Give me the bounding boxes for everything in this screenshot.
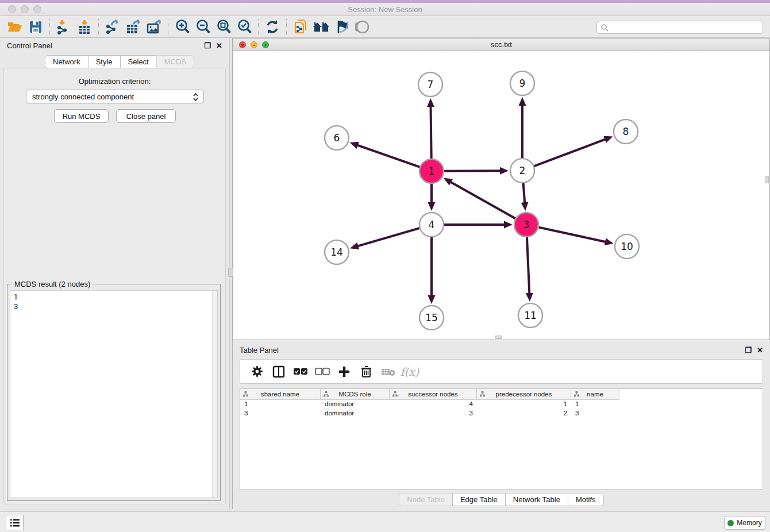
table-cell[interactable]: 3 xyxy=(571,409,619,418)
add-column-button[interactable] xyxy=(333,361,355,382)
right-splitter-nub[interactable] xyxy=(765,176,769,183)
table-cell[interactable]: 2 xyxy=(477,409,571,418)
graph-edge-3-11[interactable] xyxy=(527,237,529,294)
graph-edge-3-10[interactable] xyxy=(538,228,605,242)
main-titlebar[interactable]: Session: New Session xyxy=(0,3,770,16)
open-session-button[interactable] xyxy=(5,18,25,36)
table-tabbar: Node TableEdge TableNetwork TableMotifs xyxy=(233,493,770,506)
tab-node-table[interactable]: Node Table xyxy=(399,493,453,506)
graph-edge-3-1[interactable] xyxy=(451,182,515,219)
graph-edge-1-6[interactable] xyxy=(357,145,419,167)
zoom-out-button[interactable] xyxy=(192,18,213,36)
table-panel: Table Panel ❐ ✕ xyxy=(233,342,770,509)
select-all-columns-button[interactable] xyxy=(290,361,311,382)
zoom-fit-icon xyxy=(216,19,232,34)
delete-column-button[interactable] xyxy=(355,361,377,382)
task-history-button[interactable] xyxy=(6,515,24,530)
home-icon xyxy=(313,20,330,34)
criterion-select-value: strongly connected component xyxy=(32,92,134,101)
table-cell[interactable]: dominator xyxy=(321,400,390,409)
refresh-layout-button[interactable] xyxy=(262,18,283,36)
graph-node-label-1: 1 xyxy=(429,165,435,177)
column-header-MCDS-role[interactable]: MCDS role xyxy=(321,389,390,400)
search-input[interactable] xyxy=(596,21,763,34)
network-view-window: × − + scc.txt 7968124314101511 xyxy=(233,38,770,340)
network-file-button[interactable] xyxy=(290,18,311,36)
status-bar: Memory xyxy=(0,511,770,532)
toolbar-separator xyxy=(98,19,99,35)
hide-graphics-button[interactable] xyxy=(332,18,352,36)
graph-node-label-4: 4 xyxy=(429,219,435,230)
function-builder-button[interactable]: f(x) xyxy=(399,361,421,382)
export-network-button[interactable] xyxy=(102,18,123,36)
graph-edge-1-2[interactable] xyxy=(444,171,500,171)
float-panel-icon[interactable]: ❐ xyxy=(745,346,752,354)
tab-network-table[interactable]: Network Table xyxy=(505,493,568,506)
zoom-fit-button[interactable] xyxy=(213,18,234,36)
table-cell[interactable]: 3 xyxy=(390,409,477,418)
network-file-icon xyxy=(293,19,308,35)
memory-button[interactable]: Memory xyxy=(724,516,765,530)
mcds-result-area[interactable]: 1 3 xyxy=(10,290,218,498)
table-cell[interactable]: dominator xyxy=(321,409,390,418)
import-table-button[interactable] xyxy=(74,18,95,36)
tab-network[interactable]: Network xyxy=(45,55,88,68)
network-window-titlebar[interactable]: × − + scc.txt xyxy=(233,38,769,51)
graph-edge-2-3[interactable] xyxy=(523,183,525,203)
tab-style[interactable]: Style xyxy=(88,55,121,68)
export-network-icon xyxy=(105,20,121,34)
graph-node-label-3: 3 xyxy=(523,219,530,230)
memory-status-icon xyxy=(727,520,734,526)
table-cell[interactable]: 4 xyxy=(390,400,477,409)
column-header-predecessor-nodes[interactable]: predecessor nodes xyxy=(477,389,571,400)
table-cell[interactable]: 1 xyxy=(477,400,571,409)
graph-node-label-8: 8 xyxy=(623,126,629,137)
show-columns-button[interactable] xyxy=(268,361,290,382)
column-header-shared-name[interactable]: shared name xyxy=(240,389,321,400)
graph-edge-4-14[interactable] xyxy=(357,228,419,246)
column-header-successor-nodes[interactable]: successor nodes xyxy=(390,389,477,400)
table-settings-button[interactable] xyxy=(246,361,268,382)
table-cell[interactable]: 1 xyxy=(240,400,321,409)
mcds-result-group: MCDS result (2 nodes) 1 3 xyxy=(7,284,221,501)
run-mcds-button[interactable]: Run MCDS xyxy=(54,109,109,123)
close-panel-button[interactable]: Close panel xyxy=(116,109,176,123)
graph-edge-2-8[interactable] xyxy=(534,139,606,166)
tab-motifs[interactable]: Motifs xyxy=(568,493,604,506)
save-session-button[interactable] xyxy=(25,18,46,36)
save-icon xyxy=(29,20,43,34)
network-graph[interactable]: 7968124314101511 xyxy=(233,51,769,340)
refresh-icon xyxy=(265,20,280,34)
result-scrollbar[interactable] xyxy=(212,291,217,498)
network-view-title: scc.txt xyxy=(233,40,769,49)
zoom-in-icon xyxy=(175,19,190,34)
float-panel-icon[interactable]: ❐ xyxy=(204,41,211,50)
table-row[interactable]: 1dominator411 xyxy=(240,400,619,409)
zoom-out-icon xyxy=(195,19,211,34)
table-toolbar: f(x) xyxy=(240,359,763,384)
graph-node-label-7: 7 xyxy=(428,79,434,90)
close-panel-icon[interactable]: ✕ xyxy=(216,41,222,50)
import-network-button[interactable] xyxy=(53,18,74,36)
export-table-button[interactable] xyxy=(123,18,144,36)
delete-table-button[interactable] xyxy=(377,361,399,382)
column-header-name[interactable]: name xyxy=(571,389,619,400)
criterion-select[interactable]: strongly connected component xyxy=(26,90,204,103)
table-cell[interactable]: 1 xyxy=(571,400,619,409)
graph-edge-1-7[interactable] xyxy=(431,106,432,159)
table-row[interactable]: 3dominator323 xyxy=(240,409,619,418)
tab-mcds[interactable]: MCDS xyxy=(156,55,194,68)
unchecked-boxes-icon xyxy=(315,368,330,375)
table-cell[interactable]: 3 xyxy=(240,409,321,418)
tab-edge-table[interactable]: Edge Table xyxy=(452,493,506,506)
export-image-button[interactable] xyxy=(144,18,164,36)
optimization-criterion-label: Optimization criterion: xyxy=(0,77,229,86)
tab-select[interactable]: Select xyxy=(120,55,157,68)
zoom-in-button[interactable] xyxy=(172,18,192,36)
zoom-selected-button[interactable] xyxy=(234,18,255,36)
birdseye-view-button[interactable] xyxy=(352,18,373,36)
home-button[interactable] xyxy=(311,18,332,36)
unselect-all-columns-button[interactable] xyxy=(311,361,333,382)
bottom-splitter-nub[interactable] xyxy=(495,336,502,339)
close-panel-icon[interactable]: ✕ xyxy=(757,346,763,354)
